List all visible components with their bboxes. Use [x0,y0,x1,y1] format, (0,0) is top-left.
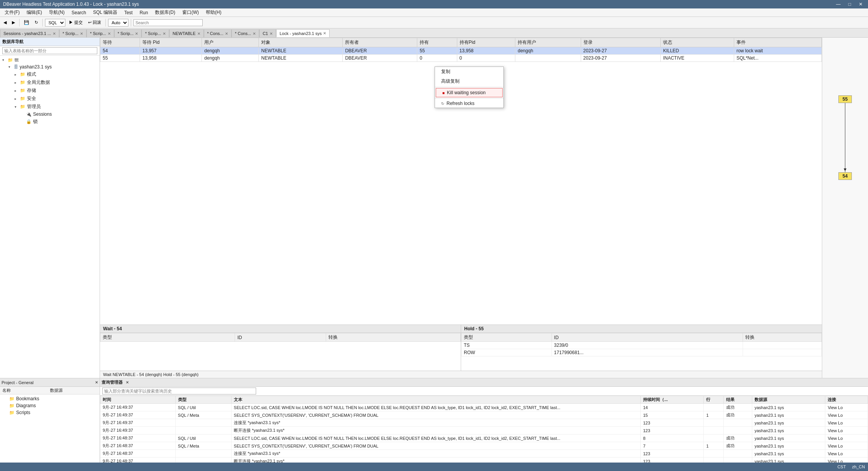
tab-close-1[interactable]: ✕ [80,32,83,36]
project-tree-item-3[interactable]: 📁Scripts [0,409,100,416]
auto-dropdown[interactable]: Auto [108,19,128,27]
sidebar-item-1[interactable]: ▾🗄yashan23.1 sys [0,63,100,70]
menu-item----f-[interactable]: 文件(F) [2,8,23,17]
minimize-button[interactable]: — [834,2,843,7]
maximize-button[interactable]: □ [846,2,853,7]
context-menu-advanced-copy[interactable]: 高级复制 [435,77,503,86]
query-cell-2-4 [704,419,723,427]
diagram-node-54[interactable]: 54 [838,172,852,180]
query-row-1[interactable]: 9月-27 16:49:37SQL / MetaSELECT SYS_CONTE… [100,411,868,419]
lock-cell-0-10: row lock wait [734,47,821,55]
sidebar-item-8[interactable]: 🔒锁 [0,118,100,126]
execute-button[interactable]: ▶ 提交 [67,18,85,27]
sidebar-item-6[interactable]: ▾📁管理员 [0,103,100,111]
query-row-3[interactable]: 9月-27 16:49:37断开连接 *yashan23.1 sys*123ya… [100,427,868,434]
tab-4[interactable]: * Scrip...✕ [142,29,169,37]
lock-cell-1-8: 2023-09-27 [581,55,661,62]
project-tree-item-1[interactable]: 📁Bookmarks [0,395,100,402]
query-row-4[interactable]: 9月-27 16:48:37SQL / UtilSELECT LOC.sid, … [100,434,868,442]
query-row-7[interactable]: 9月-27 16:48:37断开连接 *yashan23.1 sys*123ya… [100,458,868,463]
tab-close-2[interactable]: ✕ [108,32,111,36]
query-search-input[interactable] [102,388,256,394]
menu-item-search[interactable]: Search [68,9,89,16]
tab-label-8: C1 [263,31,268,36]
project-tab-label[interactable]: Project - General [2,380,93,385]
project-tab-close[interactable]: ✕ [95,380,98,384]
menu-item----e-[interactable]: 编辑(E) [23,8,45,17]
tab-label-2: * Scrip... [90,31,106,36]
query-col-时间: 时间 [100,396,176,404]
hold-cell-0-1: 3239/0 [551,342,743,349]
sidebar-item-4[interactable]: ▸📁存储 [0,87,100,95]
sidebar-item-0[interactable]: ▾📁ttt [0,57,100,63]
tab-8[interactable]: C1✕ [259,29,276,37]
context-menu-refresh-locks[interactable]: ↻ Refresh locks [435,99,503,108]
save-button[interactable]: 💾 [22,18,31,27]
project-tree-item-2[interactable]: 📁Diagrams [0,402,100,409]
tab-close-7[interactable]: ✕ [253,32,256,36]
sql-type-dropdown[interactable]: SQL [45,19,65,27]
query-row-5[interactable]: 9月-27 16:48:37SQL / MetaSELECT SYS_CONTE… [100,442,868,450]
diagram-panel: 55 ▼ 54 [822,38,868,378]
tab-close-4[interactable]: ✕ [163,32,166,36]
menu-item----w-[interactable]: 窗口(W) [179,8,202,17]
tab-close-9[interactable]: ✕ [323,31,326,35]
query-table-body: 9月-27 16:49:37SQL / UtilSELECT LOC.sid, … [100,404,868,463]
hold-col-转换: 转换 [743,333,821,342]
context-menu-sep-1 [435,87,503,87]
sidebar-search-input[interactable] [2,47,97,54]
lock-table-row-1[interactable]: 5513,958dengqhNEWTABLEDBEAVER002023-09-2… [100,55,822,62]
tab-3[interactable]: * Scrip...✕ [114,29,142,37]
expand-arrow-3: ▸ [15,81,18,85]
menu-item----h-[interactable]: 帮助(H) [203,8,225,17]
lock-cell-1-1: 13,958 [140,55,202,62]
diagram-node-55[interactable]: 55 [838,95,852,103]
tab-close-8[interactable]: ✕ [270,32,273,36]
query-manager-tab[interactable]: 查询管理器 [102,379,123,385]
tree-item-label-3: 全局元数据 [27,79,50,86]
lock-cell-1-5: 0 [417,55,457,62]
sidebar-item-5[interactable]: ▸📁安全 [0,95,100,103]
menu-item----n-[interactable]: 导航(N) [46,8,68,17]
menu-item-----d-[interactable]: 数据库(D) [152,8,178,17]
menu-item-run[interactable]: Run [137,9,151,16]
tab-close-6[interactable]: ✕ [225,32,228,36]
tab-1[interactable]: * Scrip...✕ [59,29,87,37]
tab-close-3[interactable]: ✕ [135,32,138,36]
sidebar-item-7[interactable]: 🔌Sessions [0,111,100,118]
menu-item-test[interactable]: Test [121,9,136,16]
context-menu-kill-session[interactable]: ■ Kill waiting session [436,88,503,97]
folder-icon: 📁 [20,80,25,85]
query-search-bar [100,387,868,396]
refresh-button[interactable]: ↻ [33,18,40,27]
tab-7[interactable]: * Cons...✕ [232,29,259,37]
toolbar: ◀ ▶ 💾 ↻ SQL ▶ 提交 ↩ 回滚 Auto [0,17,868,28]
sidebar-item-2[interactable]: ▸📁模式 [0,70,100,78]
search-input[interactable] [133,19,203,26]
query-col-连接: 连接 [825,396,868,404]
tab-5[interactable]: NEWTABLE✕ [169,29,204,37]
lock-table-row-0[interactable]: 5413,957dengqhNEWTABLEDBEAVER5513,958den… [100,47,822,55]
tab-6[interactable]: * Cons...✕ [204,29,232,37]
query-row-2[interactable]: 9月-27 16:49:37连接至 *yashan23.1 sys*123yas… [100,419,868,427]
project-folder-icon-1: 📁 [9,396,15,401]
sidebar-item-3[interactable]: ▸📁全局元数据 [0,78,100,87]
close-button[interactable]: ✕ [856,2,865,7]
lock-col-等待: 等待 [100,38,140,47]
menu-item-sql----[interactable]: SQL 编辑器 [90,8,120,17]
query-row-0[interactable]: 9月-27 16:49:37SQL / UtilSELECT LOC.sid, … [100,404,868,411]
query-row-6[interactable]: 9月-27 16:48:37连接至 *yashan23.1 sys*123yas… [100,450,868,458]
lock-cell-0-0: 54 [100,47,140,55]
tab-0[interactable]: Sessions - yashan23.1 ...✕ [0,29,59,37]
tab-close-0[interactable]: ✕ [53,32,56,36]
back-button[interactable]: ◀ [2,18,8,27]
tab-2[interactable]: * Scrip...✕ [87,29,114,37]
rollback-button[interactable]: ↩ 回滚 [86,18,103,27]
context-menu-copy[interactable]: 复制 [435,67,503,77]
sidebar-header: 数据库导航 [0,38,100,46]
tab-close-5[interactable]: ✕ [197,32,200,36]
forward-button[interactable]: ▶ [10,18,17,27]
query-col-数据源: 数据源 [752,396,825,404]
query-tab-close[interactable]: ✕ [126,380,129,384]
tab-9[interactable]: Lock - yashan23.1 sys✕ [276,29,330,37]
